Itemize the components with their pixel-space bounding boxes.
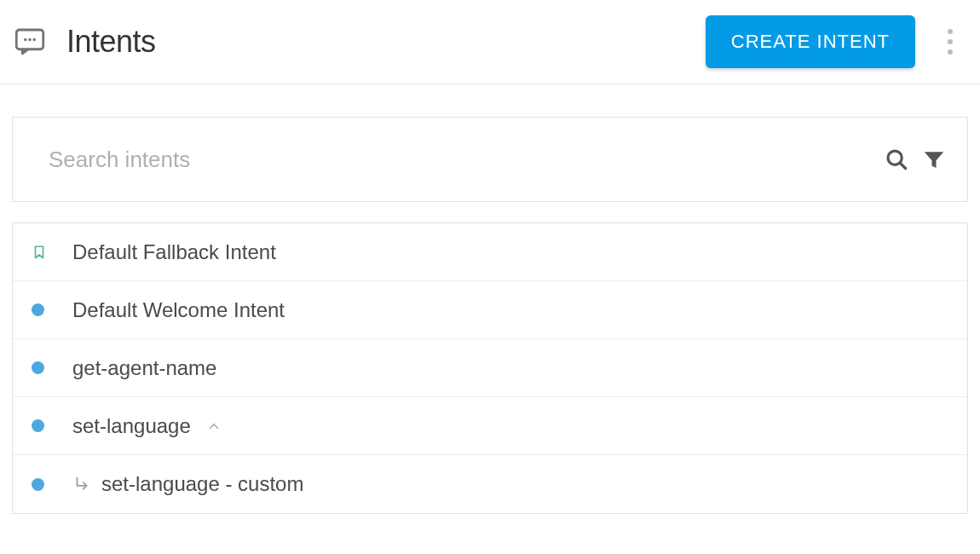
- dot-icon: [32, 419, 61, 432]
- intent-row-set-language-custom[interactable]: set-language - custom: [13, 455, 967, 513]
- intent-label: Default Fallback Intent: [72, 240, 276, 264]
- content-area: Default Fallback Intent Default Welcome …: [0, 84, 980, 514]
- page-header: Intents CREATE INTENT: [0, 0, 980, 84]
- svg-point-2: [28, 38, 32, 42]
- intent-label: get-agent-name: [72, 356, 216, 380]
- search-bar: [12, 117, 968, 202]
- subdirectory-arrow-icon: [72, 475, 91, 493]
- intent-label: set-language: [72, 414, 191, 438]
- intents-list: Default Fallback Intent Default Welcome …: [12, 222, 968, 514]
- filter-icon[interactable]: [921, 147, 947, 172]
- intent-row-default-fallback[interactable]: Default Fallback Intent: [13, 223, 967, 281]
- dot-icon: [32, 478, 61, 491]
- chevron-up-icon[interactable]: [206, 418, 222, 434]
- intent-row-default-welcome[interactable]: Default Welcome Intent: [13, 281, 967, 339]
- intent-row-get-agent-name[interactable]: get-agent-name: [13, 339, 967, 397]
- intent-label: Default Welcome Intent: [72, 298, 285, 322]
- create-intent-button[interactable]: CREATE INTENT: [706, 15, 915, 68]
- intents-icon: [12, 24, 48, 60]
- svg-point-3: [33, 38, 37, 42]
- header-left: Intents: [12, 24, 156, 60]
- dot-icon: [32, 361, 61, 374]
- dot-icon: [32, 303, 61, 316]
- intent-row-set-language[interactable]: set-language: [13, 397, 967, 455]
- more-menu-icon[interactable]: [937, 22, 963, 61]
- page-title: Intents: [66, 24, 156, 60]
- search-icon[interactable]: [884, 147, 909, 172]
- search-input[interactable]: [47, 146, 884, 174]
- svg-line-5: [900, 163, 906, 169]
- svg-point-1: [24, 38, 27, 42]
- intent-label: set-language - custom: [101, 472, 303, 496]
- bookmark-icon: [32, 243, 61, 262]
- search-actions: [884, 147, 947, 172]
